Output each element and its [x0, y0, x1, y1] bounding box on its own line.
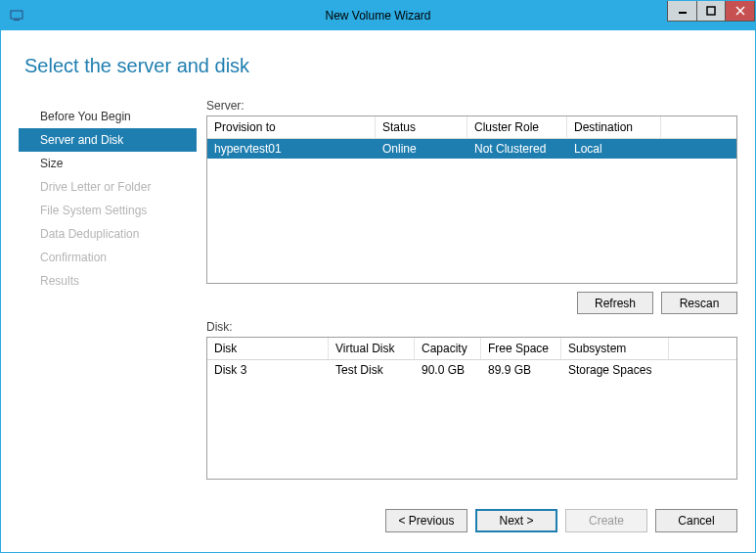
previous-button[interactable]: < Previous [385, 509, 467, 532]
next-button[interactable]: Next > [475, 509, 557, 532]
cell-provision: hypervtest01 [207, 142, 376, 156]
cell-subsystem: Storage Spaces [561, 363, 669, 377]
col-virtual[interactable]: Virtual Disk [329, 338, 415, 359]
minimize-button[interactable] [667, 1, 696, 22]
svg-rect-1 [14, 20, 20, 21]
col-spacer [661, 116, 736, 138]
disk-grid-header: Disk Virtual Disk Capacity Free Space Su… [207, 338, 736, 360]
main-layout: Before You Begin Server and Disk Size Dr… [19, 99, 737, 490]
nav-before-you-begin[interactable]: Before You Begin [19, 105, 197, 128]
create-button: Create [565, 509, 647, 532]
server-label: Server: [206, 99, 737, 113]
server-grid[interactable]: Provision to Status Cluster Role Destina… [206, 115, 737, 284]
content-panel: Server: Provision to Status Cluster Role… [197, 99, 737, 490]
cell-disk: Disk 3 [207, 363, 329, 377]
cell-virtual: Test Disk [329, 363, 415, 377]
wizard-window: New Volume Wizard Select the server and … [0, 0, 756, 553]
cell-cluster: Not Clustered [467, 142, 567, 156]
svg-rect-0 [11, 11, 22, 19]
cell-capacity: 90.0 GB [415, 363, 481, 377]
col-spacer [669, 338, 736, 359]
disk-label: Disk: [206, 320, 737, 334]
window-title: New Volume Wizard [1, 9, 755, 23]
wizard-nav: Before You Begin Server and Disk Size Dr… [19, 99, 197, 490]
cell-status: Online [376, 142, 467, 156]
disk-row[interactable]: Disk 3 Test Disk 90.0 GB 89.9 GB Storage… [207, 360, 736, 380]
window-controls [667, 1, 755, 22]
nav-results: Results [19, 269, 197, 293]
nav-size[interactable]: Size [19, 152, 197, 175]
rescan-button[interactable]: Rescan [661, 292, 737, 314]
col-capacity[interactable]: Capacity [415, 338, 481, 359]
nav-server-and-disk[interactable]: Server and Disk [19, 128, 197, 152]
wizard-footer: < Previous Next > Create Cancel [385, 509, 737, 532]
col-free[interactable]: Free Space [481, 338, 561, 359]
col-destination[interactable]: Destination [567, 116, 661, 138]
disk-grid[interactable]: Disk Virtual Disk Capacity Free Space Su… [206, 337, 737, 480]
maximize-button[interactable] [696, 1, 726, 22]
cell-destination: Local [567, 142, 661, 156]
col-subsystem[interactable]: Subsystem [561, 338, 669, 359]
nav-confirmation: Confirmation [19, 246, 197, 269]
col-disk[interactable]: Disk [207, 338, 329, 359]
page-heading: Select the server and disk [24, 55, 737, 77]
close-button[interactable] [726, 1, 755, 22]
svg-rect-3 [707, 7, 715, 15]
wizard-body: Select the server and disk Before You Be… [19, 45, 737, 540]
nav-dedup: Data Deduplication [19, 222, 197, 246]
col-cluster[interactable]: Cluster Role [467, 116, 567, 138]
nav-file-system: File System Settings [19, 199, 197, 222]
cancel-button[interactable]: Cancel [655, 509, 737, 532]
app-icon [9, 8, 24, 23]
col-provision[interactable]: Provision to [207, 116, 376, 138]
nav-drive-letter: Drive Letter or Folder [19, 175, 197, 199]
server-grid-header: Provision to Status Cluster Role Destina… [207, 116, 736, 139]
col-status[interactable]: Status [376, 116, 467, 138]
cell-free: 89.9 GB [481, 363, 561, 377]
refresh-button[interactable]: Refresh [577, 292, 653, 314]
server-actions: Refresh Rescan [206, 292, 737, 314]
server-row[interactable]: hypervtest01 Online Not Clustered Local [207, 139, 736, 159]
titlebar: New Volume Wizard [1, 1, 755, 30]
